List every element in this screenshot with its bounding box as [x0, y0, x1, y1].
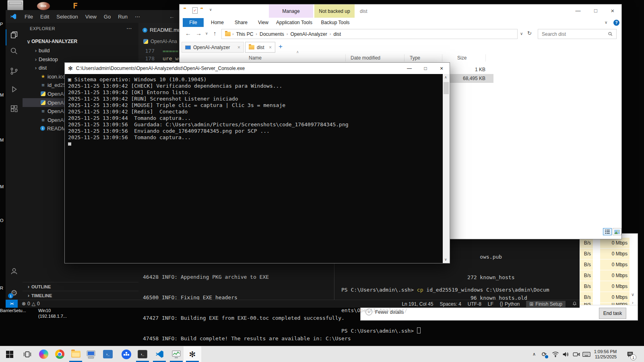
- column-header-date[interactable]: Date modified: [351, 53, 399, 62]
- cursor-position[interactable]: Ln 191, Col 45: [402, 301, 433, 307]
- nav-back-icon[interactable]: ←: [185, 30, 191, 36]
- timeline-section[interactable]: › TIMELINE: [23, 291, 138, 300]
- qat-check-icon[interactable]: ✓: [192, 7, 198, 14]
- column-divider[interactable]: [442, 54, 442, 62]
- finish-setup-button[interactable]: ⊞ Finish Setup: [526, 301, 566, 307]
- menu-edit[interactable]: Edit: [37, 14, 53, 20]
- terminal-right-pane[interactable]: PS C:\Users\admin\.ssh> cp id_ed25519_wi…: [341, 273, 549, 348]
- menu-file[interactable]: File: [21, 14, 37, 20]
- encoding[interactable]: UTF-8: [468, 301, 481, 307]
- terminal-icon[interactable]: ›_: [134, 346, 151, 362]
- search-icon[interactable]: [9, 46, 19, 56]
- chatgpt-icon[interactable]: ✻: [184, 346, 201, 362]
- outline-section[interactable]: › OUTLINE: [23, 282, 138, 291]
- qat-customize-icon[interactable]: ∨: [209, 8, 212, 12]
- address-bar[interactable]: › This PC › Documents › OpenAI-Analyzer …: [221, 29, 518, 39]
- column-header-size[interactable]: Size: [457, 53, 481, 62]
- taskman-scroll-down-icon[interactable]: ∨: [631, 292, 634, 297]
- nav-forward-icon[interactable]: →: [196, 30, 202, 36]
- view-toggle-list[interactable]: [603, 228, 612, 235]
- ribbon-tab-home[interactable]: Home: [207, 18, 228, 27]
- close-button[interactable]: ×: [604, 4, 621, 16]
- desktop-label-win10[interactable]: Win10: [38, 308, 51, 313]
- menu-selection[interactable]: Selection: [53, 14, 81, 20]
- task-manager-icon[interactable]: [167, 346, 185, 362]
- start-button[interactable]: [1, 346, 19, 362]
- console-scrollbar[interactable]: ∧ ∨: [443, 74, 450, 263]
- menu-view[interactable]: View: [82, 14, 100, 20]
- menu-run[interactable]: Run: [114, 14, 131, 20]
- eol-setting[interactable]: LF: [488, 301, 493, 307]
- maximize-button[interactable]: □: [417, 63, 433, 74]
- tray-clock[interactable]: 1:09:56 PM 11/25/2025: [590, 346, 621, 362]
- ribbon-tab-share[interactable]: Share: [231, 18, 251, 27]
- folder-tab-dist[interactable]: dist ×: [245, 42, 275, 53]
- close-tab-icon[interactable]: ×: [269, 45, 272, 50]
- nav-back-icon[interactable]: ←: [166, 13, 178, 20]
- tree-item-build[interactable]: › build: [23, 46, 138, 55]
- docker-icon[interactable]: [118, 346, 135, 362]
- scroll-up-icon[interactable]: ∧: [444, 76, 447, 79]
- taskman-scroll-right-icon[interactable]: ›: [632, 300, 634, 305]
- menu-go[interactable]: Go: [100, 14, 114, 20]
- console-titlebar[interactable]: ✻ C:\Users\admin\Documents\OpenAI-Analyz…: [65, 63, 450, 74]
- tray-meet-now-icon[interactable]: [572, 346, 581, 362]
- ribbon-tab-file[interactable]: File: [183, 18, 204, 27]
- copilot-icon[interactable]: [35, 346, 52, 362]
- breadcrumb-documents[interactable]: Documents: [257, 31, 287, 37]
- ribbon-tab-application-tools[interactable]: Application Tools: [272, 18, 316, 27]
- ribbon-collapse-icon[interactable]: ∨: [605, 21, 607, 25]
- ribbon-tab-backup-tools[interactable]: Backup Tools: [317, 18, 353, 27]
- minimize-button[interactable]: —: [401, 63, 417, 74]
- remote-desktop-icon[interactable]: [82, 346, 100, 362]
- refresh-icon[interactable]: ↻: [527, 31, 532, 36]
- tree-root-openai-analyzer[interactable]: ∨ OPENAI-ANALYZER: [23, 37, 138, 46]
- breadcrumb[interactable]: OpenAI-Ana: [143, 39, 177, 44]
- column-header-name[interactable]: Name: [249, 53, 341, 62]
- notification-center-icon[interactable]: 1: [624, 346, 636, 362]
- explorer-more-icon[interactable]: ⋯: [126, 25, 132, 31]
- search-magnifier-icon[interactable]: [608, 31, 613, 37]
- settings-gear-icon[interactable]: ⚙ 1: [9, 288, 19, 298]
- column-divider[interactable]: [485, 54, 486, 62]
- breadcrumb-openai-analyzer[interactable]: OpenAI-Analyzer: [288, 31, 329, 37]
- menu-more-icon[interactable]: ⋯: [131, 14, 144, 20]
- problems-status[interactable]: ⊗ 0 △ 0: [22, 301, 40, 306]
- view-toggle-thumbnails[interactable]: [613, 228, 621, 235]
- ribbon-tab-view[interactable]: View: [254, 18, 273, 27]
- remote-indicator[interactable]: ><: [6, 300, 18, 308]
- vscode-icon[interactable]: [151, 346, 168, 362]
- close-tab-icon[interactable]: ×: [237, 45, 240, 50]
- folder-tab-openai-analyzer[interactable]: OpenAI-Analyzer ×: [182, 42, 244, 53]
- column-divider[interactable]: [404, 54, 405, 62]
- desktop-icon-orange[interactable]: F: [73, 1, 81, 10]
- end-task-button[interactable]: End task: [599, 308, 626, 319]
- close-button[interactable]: ×: [433, 63, 450, 74]
- scroll-down-icon[interactable]: ∨: [444, 258, 447, 261]
- extensions-icon[interactable]: [9, 104, 19, 113]
- column-header-type[interactable]: Type: [410, 53, 438, 62]
- tray-show-hidden-icons[interactable]: ∧: [530, 346, 539, 362]
- tray-sync-icon[interactable]: ⟳: [539, 346, 549, 362]
- account-icon[interactable]: [9, 266, 19, 276]
- powershell-icon[interactable]: ›_: [99, 346, 117, 362]
- nav-up-icon[interactable]: ↑: [213, 30, 217, 36]
- breadcrumb-dist[interactable]: dist: [331, 31, 343, 37]
- nav-history-icon[interactable]: ∨: [205, 32, 208, 35]
- search-box[interactable]: Search dist: [538, 29, 617, 39]
- tray-volume-icon[interactable]: [561, 346, 571, 362]
- address-dropdown-icon[interactable]: ∨: [520, 32, 523, 36]
- tray-wifi-icon[interactable]: [551, 346, 560, 362]
- task-view-button[interactable]: [19, 346, 36, 362]
- column-divider[interactable]: [345, 54, 346, 62]
- tab-readme[interactable]: i README.md: [138, 23, 184, 37]
- scrollbar-thumb[interactable]: [444, 82, 449, 94]
- language-mode[interactable]: {}Python: [500, 301, 520, 307]
- indent-setting[interactable]: Spaces: 4: [440, 301, 461, 307]
- run-debug-icon[interactable]: [9, 84, 19, 94]
- explorer-view-icon[interactable]: [9, 30, 19, 40]
- maximize-button[interactable]: □: [587, 4, 605, 16]
- desktop-icon-box[interactable]: [7, 0, 23, 10]
- new-tab-icon[interactable]: +: [279, 43, 283, 50]
- breadcrumb-this-pc[interactable]: This PC: [234, 31, 256, 37]
